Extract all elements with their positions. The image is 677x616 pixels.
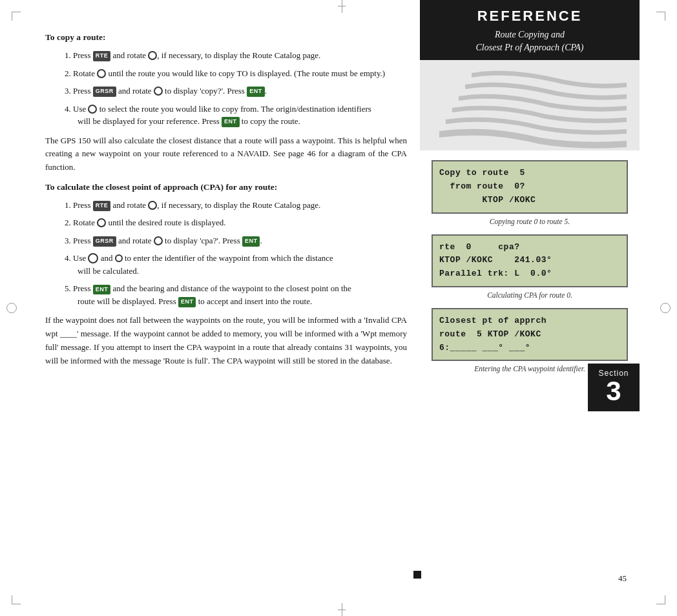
- copy-route-list: 1. Press RTE and rotate , if necessary, …: [65, 49, 407, 128]
- screens-container: Copy to route 5 from route 0? KTOP /KOKC…: [420, 150, 640, 616]
- right-binding-mark: [660, 303, 671, 313]
- cpa-heading: To calculate the closest point of approa…: [45, 182, 407, 192]
- corner-mark-bottom-left: [12, 595, 21, 604]
- subtitle-line1: Route Copying and: [495, 30, 565, 39]
- large-knob-icon-cpa1: [148, 201, 157, 210]
- garmin-logo-svg: [433, 60, 627, 150]
- text-area: To copy a route: 1. Press RTE and rotate…: [39, 0, 420, 616]
- large-knob-cpa4: [88, 253, 98, 263]
- rte-button-cpa: RTE: [93, 201, 111, 211]
- screen-2-line-2: KTOP /KOKC 241.03°: [439, 254, 620, 267]
- copy-route-heading: To copy a route:: [45, 32, 407, 43]
- screen-3-line-1: Closest pt of apprch: [439, 314, 620, 328]
- logo-area: [420, 60, 640, 150]
- grsr-button: GRSR: [93, 87, 116, 97]
- screen-1-line-2: from route 0?: [439, 180, 620, 194]
- large-knob-icon-2: [97, 69, 106, 78]
- copy-step-4: 4. Use to select the route you would lik…: [65, 103, 407, 128]
- grsr-button-cpa: GRSR: [93, 236, 116, 247]
- ent-button: ENT: [247, 87, 265, 97]
- main-content: To copy a route: 1. Press RTE and rotate…: [39, 0, 645, 616]
- cpa-step-1-text: 1. Press RTE and rotate , if necessary, …: [65, 200, 320, 210]
- paragraph-1: The GPS 150 will also calculate the clos…: [45, 134, 407, 174]
- gps-screen-3: Closest pt of apprch route 5 KTOP /KOKC …: [432, 308, 628, 361]
- step-4-text: 4. Use to select the route you would lik…: [65, 104, 371, 114]
- large-knob-icon: [148, 51, 157, 60]
- rte-button: RTE: [93, 51, 111, 61]
- corner-mark-top-left: [12, 12, 21, 21]
- cpa-step-5: 5. Press ENT and the bearing and distanc…: [65, 282, 407, 307]
- large-knob-icon-cpa3: [154, 236, 163, 245]
- screen-2-line-3: Parallel trk: L 0.0°: [439, 267, 620, 281]
- ent-button-2: ENT: [222, 117, 240, 127]
- cpa-step-4-sub: will be calculated.: [78, 265, 407, 278]
- gps-screen-1: Copy to route 5 from route 0? KTOP /KOKC: [432, 160, 628, 213]
- cpa-step-5-sub: route will be displayed. Press ENT to ac…: [78, 295, 407, 308]
- right-sidebar: REFERENCE Route Copying and Closest Pt o…: [420, 0, 640, 616]
- corner-mark-top-right: [656, 12, 665, 21]
- reference-subtitle: Route Copying and Closest Pt of Approach…: [433, 28, 627, 54]
- cpa-step-1: 1. Press RTE and rotate , if necessary, …: [65, 199, 407, 212]
- screen-3-line-2: route 5 KTOP /KOKC: [439, 328, 620, 342]
- step-1-text: 1. Press RTE and rotate , if necessary, …: [65, 50, 320, 60]
- large-knob-icon-4: [88, 105, 97, 114]
- screen-1-line-3: KTOP /KOKC: [439, 194, 620, 207]
- cpa-step-3-text: 3. Press GRSR and rotate to display 'cpa…: [65, 236, 262, 245]
- screen-3-line-3: 6:_____ ___° ___°: [439, 342, 620, 355]
- small-knob-cpa4: [115, 254, 123, 262]
- top-registration-cross: [335, 0, 348, 19]
- cpa-step-3: 3. Press GRSR and rotate to display 'cpa…: [65, 234, 407, 247]
- subtitle-line2: Closest Pt of Approach (CPA): [476, 43, 584, 52]
- screen-1-line-1: Copy to route 5: [439, 167, 620, 180]
- reference-header: REFERENCE Route Copying and Closest Pt o…: [420, 0, 640, 60]
- bottom-registration-cross: [335, 597, 348, 616]
- large-knob-icon-3: [154, 87, 163, 96]
- ent-button-cpa5a: ENT: [93, 285, 111, 295]
- ent-button-cpa3: ENT: [242, 236, 260, 247]
- page-number: 45: [618, 573, 627, 584]
- step-2-text: 2. Rotate until the route you would like…: [65, 68, 385, 78]
- step-3-text: 3. Press GRSR and rotate to display 'cop…: [65, 86, 267, 96]
- screen-2-caption: Calculating CPA for route 0.: [432, 291, 628, 299]
- cpa-list: 1. Press RTE and rotate , if necessary, …: [65, 199, 407, 308]
- reference-title: REFERENCE: [433, 8, 627, 25]
- paragraph-2: If the waypoint does not fall between th…: [45, 314, 407, 367]
- cpa-step-2-text: 2. Rotate until the desired route is dis…: [65, 218, 225, 227]
- cpa-step-4: 4. Use and to enter the identifier of th…: [65, 252, 407, 277]
- large-knob-icon-cpa2: [97, 218, 106, 227]
- page: To copy a route: 1. Press RTE and rotate…: [0, 0, 677, 616]
- gps-screen-2: rte 0 cpa? KTOP /KOKC 241.03° Parallel t…: [432, 234, 628, 287]
- screen-1-caption: Copying route 0 to route 5.: [432, 218, 628, 225]
- left-margin: [0, 0, 39, 616]
- copy-step-1: 1. Press RTE and rotate , if necessary, …: [65, 49, 407, 62]
- cpa-step-4-text: 4. Use and to enter the identifier of th…: [65, 253, 333, 263]
- ent-button-cpa5b: ENT: [178, 297, 196, 307]
- right-margin: [645, 0, 677, 616]
- copy-step-3: 3. Press GRSR and rotate to display 'cop…: [65, 85, 407, 98]
- left-binding-mark: [6, 303, 17, 313]
- cpa-step-2: 2. Rotate until the desired route is dis…: [65, 216, 407, 229]
- section-number: 3: [594, 378, 633, 405]
- corner-mark-bottom-right: [656, 595, 665, 604]
- cpa-step-5-text: 5. Press ENT and the bearing and distanc…: [65, 283, 351, 293]
- section-marker: [413, 571, 421, 579]
- step-4-sub: will be displayed for your reference. Pr…: [78, 115, 407, 128]
- screen-2-line-1: rte 0 cpa?: [439, 241, 620, 254]
- section-badge: Section 3: [588, 364, 640, 411]
- copy-step-2: 2. Rotate until the route you would like…: [65, 67, 407, 80]
